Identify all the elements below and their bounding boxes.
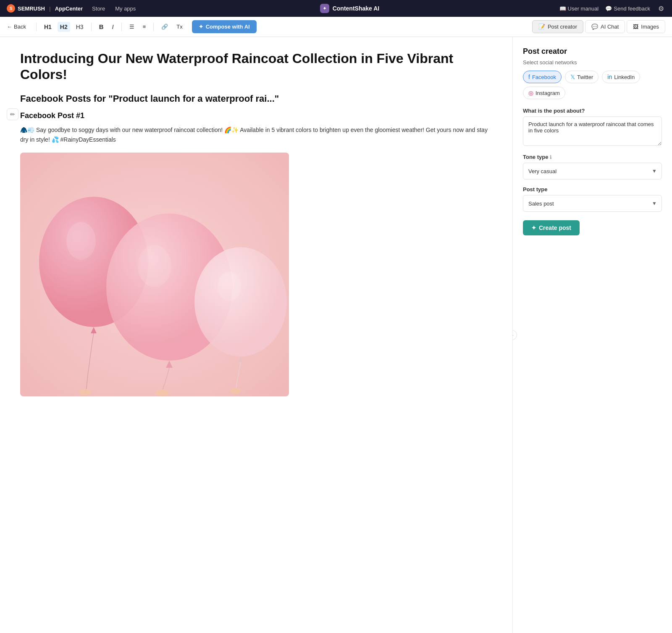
what-about-label: What is the post about?: [523, 108, 662, 114]
right-toolbar: 📝 Post creator 💬 AI Chat 🖼 Images: [532, 20, 665, 33]
tone-select-wrapper: Very casual Casual Neutral Formal Very f…: [523, 163, 662, 179]
instagram-label: Instagram: [536, 90, 560, 96]
bold-button[interactable]: B: [97, 21, 106, 32]
back-button[interactable]: ← Back: [7, 24, 26, 30]
sidebar-title: Post creator: [523, 47, 662, 56]
post-type-select-wrapper: Sales post Informational Engagement Prom…: [523, 195, 662, 212]
post-about-textarea[interactable]: Product launch for a waterproof raincoat…: [523, 116, 662, 146]
heading2-button[interactable]: H2: [58, 22, 70, 32]
toolbar-separator-4: [153, 23, 154, 31]
social-networks-group: f Facebook 𝕏 Twitter in LinkedIn ◎ Insta…: [523, 71, 662, 99]
edit-icon-button[interactable]: ✏: [7, 108, 18, 120]
tone-type-group: Tone type ℹ Very casual Casual Neutral F…: [523, 154, 662, 179]
semrush-icon: S: [7, 4, 15, 13]
link-button[interactable]: 🔗: [159, 22, 171, 32]
post-creator-label: Post creator: [548, 24, 577, 30]
back-label: Back: [14, 24, 26, 30]
images-icon: 🖼: [633, 24, 638, 30]
book-icon: 📖: [559, 5, 566, 12]
app-name: ContentShake AI: [333, 5, 380, 12]
app-logo-icon: ✦: [320, 4, 329, 13]
compose-ai-icon: ✦: [199, 24, 203, 30]
sidebar-panel: » Post creator Select social networks f …: [512, 37, 672, 633]
main-layout: ✏ Introducing Our New Waterproof Raincoa…: [0, 37, 672, 633]
compose-with-ai-button[interactable]: ✦ Compose with AI: [192, 20, 257, 33]
article-subtitle[interactable]: Facebook Posts for "Product launch for a…: [20, 93, 492, 105]
ai-chat-icon: 💬: [591, 24, 598, 30]
twitter-label: Twitter: [577, 74, 593, 80]
post-about-group: What is the post about? Product launch f…: [523, 108, 662, 147]
svg-point-9: [230, 388, 241, 394]
send-feedback-label: Send feedback: [614, 5, 650, 12]
nav-store[interactable]: Store: [88, 4, 109, 13]
heading3-button[interactable]: H3: [74, 22, 86, 32]
post-type-group: Post type Sales post Informational Engag…: [523, 186, 662, 212]
settings-icon[interactable]: ⚙: [657, 4, 665, 13]
facebook-icon: f: [528, 74, 530, 80]
post-creator-icon: 📝: [538, 24, 545, 30]
heading1-button[interactable]: H1: [42, 22, 54, 32]
appcenter-label: AppCenter: [55, 5, 83, 12]
tone-type-label: Tone type: [523, 154, 548, 160]
instagram-network-button[interactable]: ◎ Instagram: [523, 87, 565, 99]
editor-area: ✏ Introducing Our New Waterproof Raincoa…: [0, 37, 512, 633]
svg-point-10: [66, 222, 96, 260]
svg-point-11: [138, 245, 171, 287]
create-post-icon: ✦: [531, 224, 536, 231]
post-image: [20, 153, 289, 396]
nav-myapps[interactable]: My apps: [111, 4, 140, 13]
topbar: S SEMRUSH | AppCenter Store My apps ✦ Co…: [0, 0, 672, 17]
post-type-label: Post type: [523, 186, 662, 193]
ai-chat-label: AI Chat: [601, 24, 619, 30]
unordered-list-button[interactable]: ☰: [127, 22, 137, 32]
svg-point-12: [218, 272, 241, 301]
ordered-list-button[interactable]: ≡: [140, 22, 149, 32]
select-networks-label: Select social networks: [523, 59, 662, 66]
post-body-text[interactable]: 🧥💨 Say goodbye to soggy days with our ne…: [20, 125, 492, 144]
user-manual-label: User manual: [568, 5, 599, 12]
svg-point-7: [194, 247, 287, 356]
facebook-label: Facebook: [532, 74, 556, 80]
svg-point-3: [79, 389, 92, 396]
facebook-network-button[interactable]: f Facebook: [523, 71, 562, 83]
linkedin-label: LinkedIn: [614, 74, 635, 80]
topbar-nav: Store My apps: [88, 4, 140, 13]
toolbar-separator: [36, 23, 37, 31]
user-manual-link[interactable]: 📖 User manual: [559, 5, 599, 12]
back-arrow-icon: ←: [7, 24, 12, 30]
compose-label: Compose with AI: [206, 24, 250, 30]
create-post-label: Create post: [539, 224, 571, 231]
images-tab[interactable]: 🖼 Images: [627, 20, 665, 33]
sidebar-collapse-button[interactable]: »: [512, 330, 517, 340]
linkedin-icon: in: [607, 74, 612, 80]
instagram-icon: ◎: [528, 90, 533, 96]
tone-type-select[interactable]: Very casual Casual Neutral Formal Very f…: [523, 163, 662, 179]
post-type-select[interactable]: Sales post Informational Engagement Prom…: [523, 195, 662, 212]
tone-info-icon: ℹ: [550, 154, 552, 160]
topbar-right: 📖 User manual 💬 Send feedback ⚙: [559, 4, 665, 13]
balloons-svg: [20, 153, 289, 396]
feedback-icon: 💬: [605, 5, 612, 12]
semrush-label: SEMRUSH: [18, 5, 45, 12]
topbar-center: ✦ ContentShake AI: [145, 4, 554, 13]
toolbar-separator-3: [121, 23, 122, 31]
create-post-button[interactable]: ✦ Create post: [523, 220, 580, 235]
post-creator-tab[interactable]: 📝 Post creator: [532, 20, 583, 33]
clear-format-button[interactable]: Tx: [174, 22, 185, 32]
send-feedback-link[interactable]: 💬 Send feedback: [605, 5, 650, 12]
ai-chat-tab[interactable]: 💬 AI Chat: [585, 20, 625, 33]
linkedin-network-button[interactable]: in LinkedIn: [602, 71, 640, 83]
brand-logo: S SEMRUSH | AppCenter: [7, 4, 83, 13]
article-title[interactable]: Introducing Our New Waterproof Raincoat …: [20, 50, 492, 83]
twitter-icon: 𝕏: [570, 74, 575, 80]
editor-toolbar: ← Back H1 H2 H3 B I ☰ ≡ 🔗 Tx ✦ Compose w…: [0, 17, 672, 37]
twitter-network-button[interactable]: 𝕏 Twitter: [565, 71, 598, 83]
toolbar-separator-2: [91, 23, 92, 31]
post-section-title: Facebook Post #1: [20, 111, 492, 120]
tone-label-row: Tone type ℹ: [523, 154, 662, 160]
italic-button[interactable]: I: [109, 21, 116, 32]
svg-point-6: [155, 390, 169, 396]
images-label: Images: [641, 24, 659, 30]
